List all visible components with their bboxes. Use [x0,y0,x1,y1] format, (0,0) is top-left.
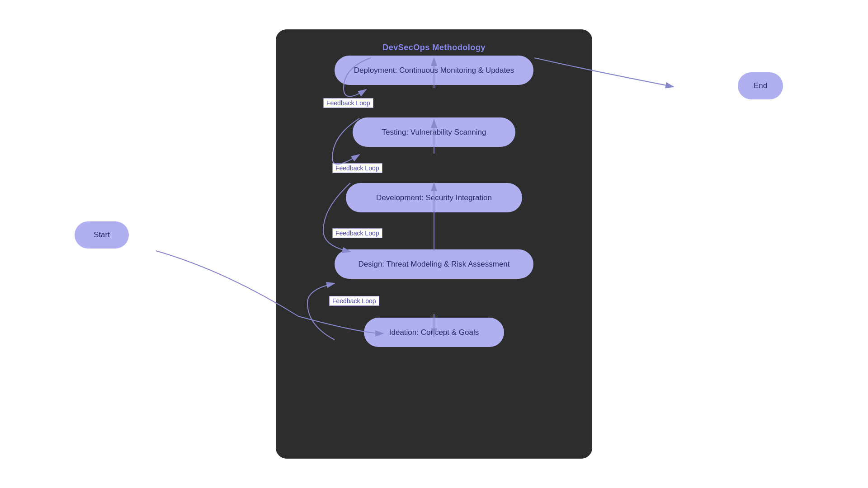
start-label: Start [94,230,110,239]
development-label: Development: Security Integration [376,193,492,202]
feedback-label-1: Feedback Loop [323,98,373,108]
end-label: End [754,81,767,90]
design-label: Design: Threat Modeling & Risk Assessmen… [358,260,509,269]
testing-label: Testing: Vulnerability Scanning [382,128,486,137]
deployment-node: Deployment: Continuous Monitoring & Upda… [335,56,533,85]
feedback-label-3: Feedback Loop [332,228,382,238]
ideation-label: Ideation: Concept & Goals [389,328,479,337]
feedback-label-2: Feedback Loop [332,163,382,173]
diagram-container: Start End DevSecOps Methodology Deployme… [0,0,868,488]
end-node: End [738,72,783,99]
design-node: Design: Threat Modeling & Risk Assessmen… [335,249,533,279]
deployment-label: Deployment: Continuous Monitoring & Upda… [354,66,514,75]
main-panel: DevSecOps Methodology Deployment: Contin… [276,29,592,459]
diagram-title: DevSecOps Methodology [382,43,486,52]
start-node: Start [75,221,129,249]
feedback-label-4: Feedback Loop [329,296,379,306]
ideation-node: Ideation: Concept & Goals [364,318,504,347]
testing-node: Testing: Vulnerability Scanning [353,117,515,147]
development-node: Development: Security Integration [346,183,522,212]
